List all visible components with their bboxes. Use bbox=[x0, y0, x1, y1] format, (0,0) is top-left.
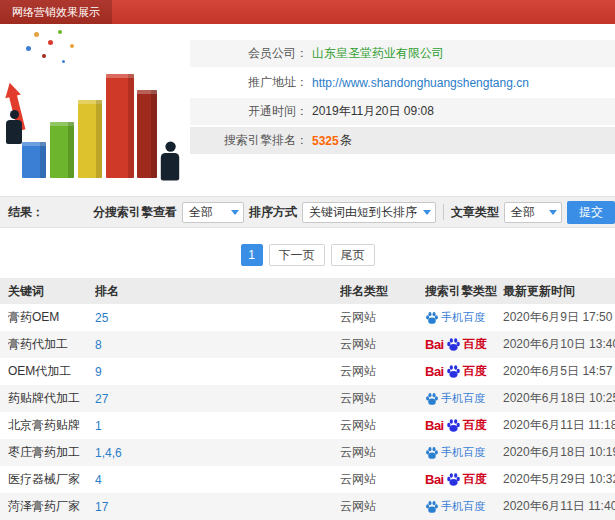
mobile-baidu-icon bbox=[425, 446, 439, 460]
baidu-paw-icon bbox=[446, 364, 461, 379]
search-engine-cell: 手机百度 bbox=[425, 445, 503, 460]
last-page-button[interactable]: 尾页 bbox=[331, 244, 375, 266]
submit-button[interactable]: 提交 bbox=[567, 201, 615, 224]
next-page-button[interactable]: 下一页 bbox=[269, 244, 325, 266]
baidu-paw-icon bbox=[446, 472, 461, 487]
update-time-cell: 2020年6月11日 11:18 bbox=[503, 417, 615, 434]
info-row: 搜索引擎排名：5325条 bbox=[190, 127, 615, 154]
baidu-logo-text: Bai bbox=[425, 472, 444, 487]
rank-link[interactable]: 1,4,6 bbox=[95, 446, 340, 460]
update-time-cell: 2020年6月10日 13:40 bbox=[503, 336, 615, 353]
mobile-baidu-icon bbox=[425, 500, 439, 514]
article-filter-value: 全部 bbox=[511, 204, 535, 221]
update-time-cell: 2020年5月29日 10:32 bbox=[503, 471, 615, 488]
rank-link[interactable]: 4 bbox=[95, 473, 340, 487]
rank-link[interactable]: 9 bbox=[95, 365, 340, 379]
search-engine-cell: Bai百度 bbox=[425, 336, 503, 353]
engine-filter-select[interactable]: 全部 bbox=[182, 202, 244, 223]
search-engine-cell: Bai百度 bbox=[425, 417, 503, 434]
info-label: 会员公司： bbox=[190, 45, 308, 62]
chevron-down-icon bbox=[423, 210, 431, 215]
table-body: 膏药OEM25云网站手机百度2020年6月9日 17:50膏药代加工8云网站Ba… bbox=[0, 304, 615, 520]
baidu-paw-icon bbox=[446, 337, 461, 352]
column-header: 搜索引擎类型 bbox=[425, 283, 503, 300]
search-engine-cell: Bai百度 bbox=[425, 471, 503, 488]
result-label: 结果： bbox=[8, 204, 44, 221]
search-engine-cell: 手机百度 bbox=[425, 499, 503, 514]
rank-type-cell: 云网站 bbox=[340, 471, 425, 488]
chart-bar bbox=[106, 74, 134, 178]
baidu-logo-text: Bai bbox=[425, 337, 444, 352]
keyword-cell: 医疗器械厂家 bbox=[8, 471, 95, 488]
rank-link[interactable]: 8 bbox=[95, 338, 340, 352]
rank-type-cell: 云网站 bbox=[340, 444, 425, 461]
update-time-cell: 2020年6月11日 11:40 bbox=[503, 498, 615, 515]
table-row: 膏药OEM25云网站手机百度2020年6月9日 17:50 bbox=[0, 304, 615, 331]
sort-filter-select[interactable]: 关键词由短到长排序 bbox=[302, 202, 436, 223]
engine-filter-value: 全部 bbox=[189, 204, 213, 221]
marketing-chart-image bbox=[0, 24, 190, 196]
rank-type-cell: 云网站 bbox=[340, 363, 425, 380]
rank-type-cell: 云网站 bbox=[340, 390, 425, 407]
info-value: 5325 bbox=[312, 134, 339, 148]
keyword-cell: 菏泽膏药厂家 bbox=[8, 498, 95, 515]
ranking-table: 关键词排名排名类型搜索引擎类型最新更新时间 膏药OEM25云网站手机百度2020… bbox=[0, 278, 615, 520]
search-engine-cell: 手机百度 bbox=[425, 391, 503, 406]
rank-link[interactable]: 25 bbox=[95, 311, 340, 325]
chevron-down-icon bbox=[549, 210, 557, 215]
update-time-cell: 2020年6月18日 10:25 bbox=[503, 390, 615, 407]
filter-bar: 结果： 分搜索引擎查看 全部 排序方式 关键词由短到长排序 文章类型 全部 提交 bbox=[0, 196, 615, 228]
keyword-cell: 膏药OEM bbox=[8, 309, 95, 326]
info-label: 推广地址： bbox=[190, 74, 308, 91]
info-value-link[interactable]: http://www.shandonghuangshengtang.cn bbox=[312, 76, 529, 90]
keyword-cell: 药贴牌代加工 bbox=[8, 390, 95, 407]
rank-link[interactable]: 17 bbox=[95, 500, 340, 514]
info-row: 会员公司：山东皇圣堂药业有限公司 bbox=[190, 40, 615, 67]
column-header: 排名类型 bbox=[340, 283, 425, 300]
update-time-cell: 2020年6月5日 14:57 bbox=[503, 363, 615, 380]
keyword-cell: 北京膏药贴牌 bbox=[8, 417, 95, 434]
rank-link[interactable]: 1 bbox=[95, 419, 340, 433]
rank-type-cell: 云网站 bbox=[340, 336, 425, 353]
column-header: 最新更新时间 bbox=[503, 283, 615, 300]
businessman-silhouette bbox=[6, 110, 22, 144]
keyword-cell: 膏药代加工 bbox=[8, 336, 95, 353]
table-header-row: 关键词排名排名类型搜索引擎类型最新更新时间 bbox=[0, 278, 615, 304]
article-filter-select[interactable]: 全部 bbox=[504, 202, 562, 223]
keyword-cell: OEM代加工 bbox=[8, 363, 95, 380]
engine-filter-label: 分搜索引擎查看 bbox=[93, 204, 177, 221]
column-header: 关键词 bbox=[8, 283, 95, 300]
baidu-logo-cn: 百度 bbox=[463, 417, 487, 434]
baidu-logo-text: Bai bbox=[425, 418, 444, 433]
chevron-down-icon bbox=[231, 210, 239, 215]
filter-controls: 分搜索引擎查看 全部 排序方式 关键词由短到长排序 文章类型 全部 提交 bbox=[93, 201, 615, 224]
rank-type-cell: 云网站 bbox=[340, 309, 425, 326]
table-row: OEM代加工9云网站Bai百度2020年6月5日 14:57 bbox=[0, 358, 615, 385]
table-row: 药贴牌代加工27云网站手机百度2020年6月18日 10:25 bbox=[0, 385, 615, 412]
filter-divider bbox=[443, 204, 444, 220]
article-filter-label: 文章类型 bbox=[451, 204, 499, 221]
engine-label: 手机百度 bbox=[441, 310, 485, 325]
mobile-baidu-icon bbox=[425, 311, 439, 325]
top-header-bar: 网络营销效果展示 bbox=[0, 0, 615, 24]
rank-type-cell: 云网站 bbox=[340, 417, 425, 434]
search-engine-cell: Bai百度 bbox=[425, 363, 503, 380]
baidu-logo-cn: 百度 bbox=[463, 471, 487, 488]
sort-filter-label: 排序方式 bbox=[249, 204, 297, 221]
info-value-link[interactable]: 山东皇圣堂药业有限公司 bbox=[312, 45, 444, 62]
page-1-button[interactable]: 1 bbox=[241, 244, 263, 266]
info-row: 开通时间：2019年11月20日 09:08 bbox=[190, 98, 615, 125]
search-engine-cell: 手机百度 bbox=[425, 310, 503, 325]
chart-bar bbox=[137, 90, 157, 178]
baidu-logo-cn: 百度 bbox=[463, 363, 487, 380]
table-row: 北京膏药贴牌1云网站Bai百度2020年6月11日 11:18 bbox=[0, 412, 615, 439]
baidu-logo-text: Bai bbox=[425, 364, 444, 379]
rank-link[interactable]: 27 bbox=[95, 392, 340, 406]
baidu-paw-icon bbox=[446, 418, 461, 433]
engine-label: 手机百度 bbox=[441, 445, 485, 460]
info-section: 会员公司：山东皇圣堂药业有限公司推广地址：http://www.shandong… bbox=[0, 24, 615, 196]
page-title: 网络营销效果展示 bbox=[0, 0, 112, 24]
info-value: 2019年11月20日 09:08 bbox=[312, 103, 434, 120]
table-row: 菏泽膏药厂家17云网站手机百度2020年6月11日 11:40 bbox=[0, 493, 615, 520]
chart-bar bbox=[78, 100, 102, 178]
